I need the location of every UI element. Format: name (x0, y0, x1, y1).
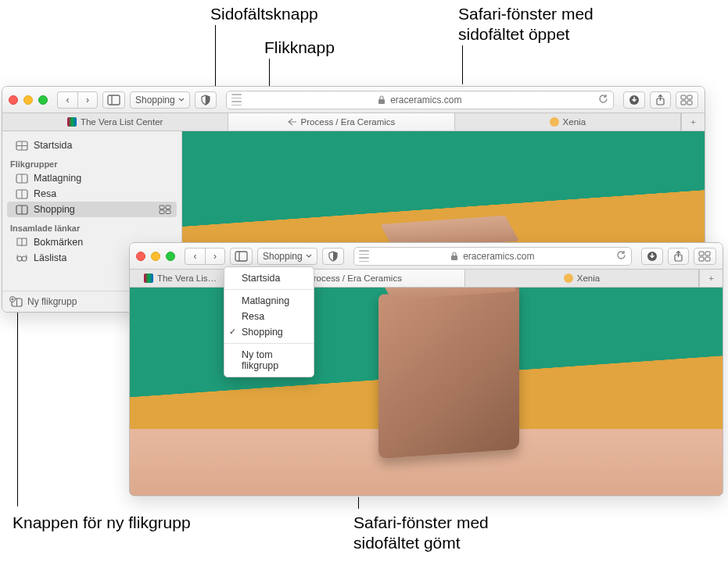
pin-back-icon (288, 118, 297, 126)
dropdown-separator (224, 343, 314, 344)
svg-rect-6 (687, 95, 692, 99)
tab-title: Xenia (577, 273, 600, 283)
back-forward-group: ‹ › (185, 248, 225, 265)
dropdown-item-start[interactable]: Startsida (224, 270, 314, 286)
new-tab-button[interactable]: + (699, 270, 723, 287)
tab[interactable]: The Vera Lis… (130, 270, 231, 287)
download-icon (647, 251, 658, 262)
sidebar-group-item[interactable]: Resa (2, 186, 181, 202)
tab[interactable]: Xenia (455, 113, 681, 130)
address-text: eraceramics.com (463, 251, 534, 262)
svg-point-22 (17, 256, 22, 261)
tab-group-selector[interactable]: Shopping (130, 91, 190, 109)
tab-title: The Vera Lis… (157, 273, 217, 283)
maximize-icon[interactable] (38, 95, 48, 105)
svg-rect-21 (166, 210, 170, 214)
address-bar[interactable]: eraceramics.com (353, 247, 632, 266)
minimize-icon[interactable] (151, 252, 160, 261)
lock-icon (450, 252, 458, 261)
shield-icon (328, 251, 339, 262)
window-body (130, 288, 723, 495)
svg-rect-2 (378, 99, 385, 104)
favicon (550, 117, 559, 127)
tab[interactable]: Xenia (465, 270, 699, 287)
tab-bar: The Vera Lis… Process / Era Ceramics Xen… (130, 270, 723, 288)
callout-new-tabgroup-button: Knappen för ny flikgrupp (13, 513, 191, 533)
tab-bar: The Vera List Center Process / Era Ceram… (2, 113, 705, 131)
dropdown-item-selected[interactable]: Shopping (224, 324, 314, 340)
callout-window-sidebar-open: Safari-fönster med sidofältet öppet (458, 4, 630, 45)
tab[interactable]: The Vera List Center (2, 113, 228, 130)
sidebar-button[interactable] (102, 91, 125, 109)
glasses-icon (16, 253, 27, 263)
sidebar-item-label: Resa (34, 188, 56, 199)
sidebar-item-label: Läslista (34, 252, 66, 263)
svg-rect-35 (705, 257, 710, 261)
sidebar-group-item-selected[interactable]: Shopping (7, 202, 177, 217)
downloads-button[interactable] (641, 248, 663, 265)
svg-rect-29 (451, 256, 457, 260)
sidebar-section-header: Insamlade länkar (2, 217, 181, 234)
shield-icon (200, 95, 211, 105)
svg-rect-34 (699, 257, 704, 261)
tab[interactable]: Process / Era Ceramics (228, 113, 454, 130)
add-tabgroup-icon (10, 297, 22, 306)
back-button[interactable]: ‹ (185, 248, 205, 265)
tab-title: The Vera List Center (81, 117, 163, 127)
grid-icon (16, 141, 27, 150)
forward-button[interactable]: › (205, 248, 225, 265)
tabs-overview-button[interactable] (676, 91, 698, 109)
tab-title: Process / Era Ceramics (307, 273, 402, 283)
callout-line (462, 45, 463, 84)
svg-rect-0 (108, 95, 120, 105)
svg-rect-33 (705, 252, 710, 256)
tab-title: Xenia (563, 117, 586, 127)
toolbar: ‹ › Shopping eraceramics.com (130, 243, 723, 270)
address-bar[interactable]: eraceramics.com (226, 91, 614, 109)
favicon (67, 117, 77, 127)
dropdown-item[interactable]: Matlagning (224, 293, 314, 309)
svg-rect-27 (235, 252, 247, 261)
back-button[interactable]: ‹ (57, 91, 77, 109)
tabgroup-icon (16, 190, 27, 198)
tabs-icon (681, 95, 693, 105)
callout-line (17, 311, 18, 506)
tab-group-label: Shopping (135, 95, 175, 105)
sidebar-start-page[interactable]: Startsida (2, 138, 181, 153)
webpage-content (130, 288, 723, 495)
privacy-report-button[interactable] (322, 248, 344, 265)
sidebar-section-header: Flikgrupper (2, 153, 181, 170)
chevron-down-icon (306, 253, 312, 259)
dropdown-item-new[interactable]: Ny tom flikgrupp (224, 347, 314, 374)
minimize-icon[interactable] (23, 95, 33, 105)
address-text: eraceramics.com (390, 95, 461, 105)
close-icon[interactable] (9, 95, 18, 105)
share-button[interactable] (668, 248, 689, 265)
sidebar-item-label: Matlagning (34, 173, 81, 184)
sidebar-group-item[interactable]: Matlagning (2, 170, 181, 186)
callout-line (358, 497, 359, 509)
share-icon (673, 251, 683, 262)
tabs-icon[interactable] (160, 206, 170, 214)
callout-sidebar-button: Sidofältsknapp (210, 4, 318, 24)
forward-button[interactable]: › (77, 91, 98, 109)
privacy-report-button[interactable] (195, 91, 217, 109)
new-tab-button[interactable]: + (681, 113, 705, 130)
tabs-overview-button[interactable] (694, 248, 716, 265)
share-button[interactable] (650, 91, 671, 109)
downloads-button[interactable] (623, 91, 645, 109)
reload-icon[interactable] (598, 94, 608, 106)
reader-icon[interactable] (359, 250, 369, 262)
reader-icon[interactable] (231, 94, 242, 105)
tabgroup-icon (16, 174, 27, 183)
traffic-lights[interactable] (9, 95, 48, 105)
svg-rect-32 (699, 252, 704, 256)
tab-group-dropdown[interactable]: Startsida Matlagning Resa Shopping Ny to… (224, 266, 314, 377)
sidebar-button[interactable] (230, 248, 253, 265)
close-icon[interactable] (136, 252, 145, 261)
traffic-lights[interactable] (136, 252, 175, 261)
dropdown-item[interactable]: Resa (224, 309, 314, 324)
reload-icon[interactable] (616, 250, 626, 263)
tab-group-selector[interactable]: Shopping (257, 248, 317, 265)
maximize-icon[interactable] (166, 252, 175, 261)
